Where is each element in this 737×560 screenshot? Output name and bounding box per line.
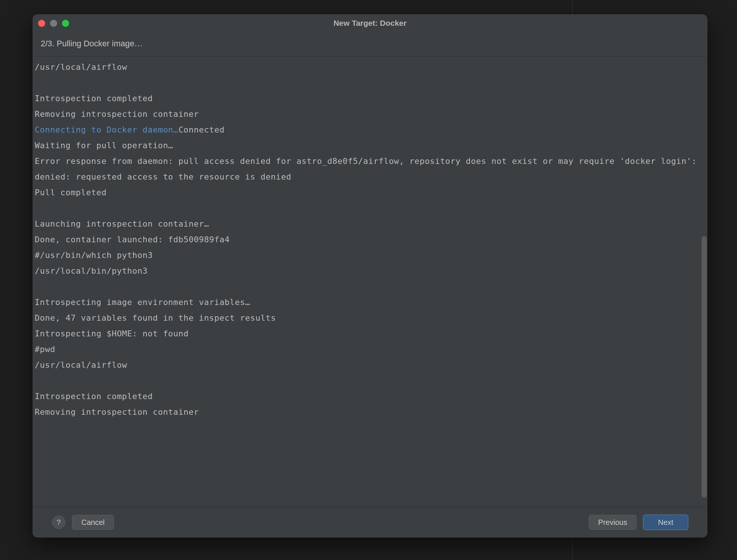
log-line xyxy=(35,200,698,216)
log-line: #/usr/bin/which python3 xyxy=(35,248,698,263)
help-button[interactable]: ? xyxy=(52,516,65,529)
log-line: /usr/local/bin/python3 xyxy=(35,263,698,279)
log-line xyxy=(35,373,698,389)
wizard-step-label: 2/3. Pulling Docker image… xyxy=(32,32,708,56)
log-line: Introspecting image environment variable… xyxy=(35,295,698,310)
log-line: #pwd xyxy=(35,342,698,357)
log-line: Waiting for pull operation… xyxy=(35,138,698,153)
scrollbar-thumb[interactable] xyxy=(702,236,707,497)
log-line: Connecting to Docker daemon…Connected xyxy=(35,122,698,138)
next-button[interactable]: Next xyxy=(643,515,688,530)
log-panel: /usr/local/airflow Introspection complet… xyxy=(32,56,708,507)
log-line xyxy=(35,75,698,91)
log-line xyxy=(35,279,698,295)
log-output[interactable]: /usr/local/airflow Introspection complet… xyxy=(32,56,700,507)
log-line: /usr/local/airflow xyxy=(35,59,698,75)
new-target-docker-dialog: New Target: Docker 2/3. Pulling Docker i… xyxy=(32,14,708,538)
maximize-icon[interactable] xyxy=(62,20,69,27)
log-line: Launching introspection container… xyxy=(35,216,698,232)
log-line: Introspection completed xyxy=(35,91,698,106)
log-line: Removing introspection container xyxy=(35,404,698,420)
window-controls xyxy=(38,20,69,27)
dialog-title: New Target: Docker xyxy=(32,19,708,28)
minimize-icon[interactable] xyxy=(50,20,57,27)
log-line: Introspecting $HOME: not found xyxy=(35,326,698,342)
log-line: /usr/local/airflow xyxy=(35,357,698,373)
dialog-footer: ? Cancel Previous Next xyxy=(32,507,708,538)
log-line: Done, container launched: fdb500989fa4 xyxy=(35,232,698,248)
log-line: Done, 47 variables found in the inspect … xyxy=(35,310,698,326)
cancel-button[interactable]: Cancel xyxy=(72,515,114,530)
previous-button[interactable]: Previous xyxy=(589,515,637,530)
log-line: Error response from daemon: pull access … xyxy=(35,153,698,185)
scrollbar-track[interactable] xyxy=(700,56,708,507)
log-line: Introspection completed xyxy=(35,389,698,404)
close-icon[interactable] xyxy=(38,20,45,27)
log-line: Removing introspection container xyxy=(35,106,698,122)
log-line: Pull completed xyxy=(35,185,698,200)
dialog-titlebar: New Target: Docker xyxy=(32,14,708,32)
